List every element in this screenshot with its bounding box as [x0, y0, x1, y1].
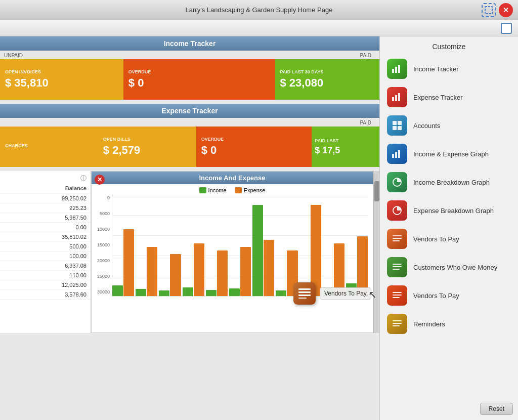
scrollbar[interactable] — [373, 171, 379, 333]
income-legend-box — [199, 187, 206, 193]
expense-tracker-section: Expense Tracker PAID CHARGES OPEN BILLS … — [0, 104, 379, 167]
customize-item-icon-5 — [387, 200, 407, 221]
svg-rect-9 — [395, 95, 397, 101]
income-overdue-card[interactable]: OVERDUE $ 0 — [123, 59, 275, 100]
accounts-panel: ⓘ Balance 99,250.02225.235,987.500.0035,… — [0, 171, 91, 333]
vendors-tooltip: Vendors To Pay — [293, 282, 371, 305]
bar-group — [206, 250, 228, 296]
vendors-icon-button[interactable] — [293, 282, 316, 305]
balance-rows: 99,250.02225.235,987.500.0035,810.02500.… — [0, 194, 91, 300]
y-axis-label: 0 — [92, 195, 112, 200]
customize-item-label-2: Accounts — [413, 122, 440, 130]
income-overdue-value: $ 0 — [128, 76, 270, 90]
customize-item-icon-0 — [387, 59, 407, 79]
customize-item-2[interactable]: Accounts — [385, 111, 513, 140]
expense-bar — [217, 250, 228, 296]
svg-rect-6 — [395, 67, 397, 73]
svg-rect-2 — [298, 291, 311, 293]
charges-card[interactable]: CHARGES — [0, 127, 98, 167]
svg-rect-28 — [393, 297, 400, 298]
balance-row: 5,987.50 — [0, 213, 91, 223]
open-invoices-card[interactable]: OPEN INVOICES $ 35,810 — [0, 59, 123, 100]
customize-item-9[interactable]: Reminders — [385, 310, 513, 338]
close-icon[interactable]: ✕ — [499, 3, 513, 17]
balance-row: 100.00 — [0, 251, 91, 261]
svg-rect-13 — [393, 126, 397, 130]
customize-item-5[interactable]: Expense Breakdown Graph — [385, 196, 513, 225]
bottom-section: ⓘ Balance 99,250.02225.235,987.500.0035,… — [0, 171, 379, 333]
open-bills-card[interactable]: OPEN BILLS $ 2,579 — [98, 127, 196, 167]
bar-group — [229, 247, 251, 296]
vendors-tooltip-label: Vendors To Pay — [320, 287, 371, 300]
customize-item-8[interactable]: Vendors To Pay — [385, 281, 513, 310]
svg-rect-12 — [398, 121, 402, 125]
expense-labels-row: PAID — [0, 118, 379, 127]
customize-item-1[interactable]: Expense Tracker — [385, 83, 513, 111]
paid-last-card[interactable]: PAID LAST $ 17,5 — [312, 127, 379, 167]
svg-rect-16 — [395, 152, 397, 158]
paid-30-card[interactable]: PAID LAST 30 DAYS $ 23,080 — [275, 59, 379, 100]
expense-overdue-card[interactable]: OVERDUE $ 0 — [196, 127, 312, 167]
income-tracker-header: Income Tracker — [0, 36, 379, 51]
main-layout: Income Tracker UNPAID PAID OPEN INVOICES… — [0, 36, 518, 420]
window-layout-icon[interactable] — [501, 23, 512, 34]
scroll-thumb[interactable] — [374, 181, 379, 201]
income-bar — [206, 290, 217, 296]
customize-item-0[interactable]: Income Tracker — [385, 55, 513, 83]
expense-legend-box — [235, 187, 242, 193]
select-icon[interactable] — [482, 3, 496, 17]
income-bar — [252, 205, 263, 296]
svg-rect-3 — [298, 295, 311, 296]
chart-legend: Income Expense — [92, 184, 373, 195]
customize-item-label-6: Vendors To Pay — [413, 235, 459, 243]
balance-row: 3,578.60 — [0, 290, 91, 300]
svg-rect-4 — [298, 298, 307, 299]
customize-item-7[interactable]: Customers Who Owe Money — [385, 253, 513, 281]
reset-button[interactable]: Reset — [480, 403, 513, 415]
expense-paid-label: PAID — [360, 120, 371, 125]
expense-bar — [194, 243, 204, 296]
svg-rect-31 — [393, 325, 400, 326]
bar-group — [112, 229, 134, 296]
y-axis-label: 20000 — [92, 258, 112, 263]
svg-rect-15 — [392, 154, 394, 158]
customize-item-icon-3 — [387, 144, 407, 164]
expense-cards-row: CHARGES OPEN BILLS $ 2,579 OVERDUE $ 0 P… — [0, 127, 379, 167]
customize-item-4[interactable]: Income Breakdown Graph — [385, 168, 513, 196]
income-bar — [229, 288, 240, 296]
customize-item-icon-8 — [387, 285, 407, 306]
expense-tracker-header: Expense Tracker — [0, 104, 379, 118]
income-bar — [112, 285, 123, 296]
y-axis-label: 25000 — [92, 274, 112, 279]
customize-item-label-3: Income & Expense Graph — [413, 150, 489, 158]
balance-row: 225.23 — [0, 203, 91, 213]
income-overdue-label: OVERDUE — [128, 69, 270, 74]
customize-item-3[interactable]: Income & Expense Graph — [385, 140, 513, 168]
svg-rect-10 — [398, 93, 400, 101]
svg-rect-29 — [393, 320, 402, 321]
svg-rect-14 — [398, 126, 402, 130]
title-bar: Larry's Landscaping & Garden Supply Home… — [0, 0, 518, 20]
charges-label: CHARGES — [5, 143, 93, 148]
paid-last-label: PAID LAST — [315, 138, 376, 143]
window-title: Larry's Landscaping & Garden Supply Home… — [186, 6, 333, 14]
income-legend-label: Income — [208, 187, 227, 193]
customize-item-icon-1 — [387, 87, 407, 107]
info-icon[interactable]: ⓘ — [80, 174, 87, 183]
content-area: Income Tracker UNPAID PAID OPEN INVOICES… — [0, 36, 379, 420]
paid-last-value: $ 17,5 — [315, 145, 376, 156]
balance-row: 12,025.00 — [0, 280, 91, 290]
customize-item-6[interactable]: Vendors To Pay — [385, 225, 513, 253]
balance-row: 0.00 — [0, 223, 91, 232]
customize-item-label-7: Customers Who Owe Money — [413, 264, 497, 271]
income-cards-row: OPEN INVOICES $ 35,810 OVERDUE $ 0 PAID … — [0, 59, 379, 100]
bar-group — [159, 254, 181, 296]
expense-unpaid-label — [4, 120, 360, 125]
balance-row: 500.00 — [0, 242, 91, 251]
svg-rect-26 — [393, 292, 402, 293]
y-axis-label: 10000 — [92, 227, 112, 232]
open-bills-value: $ 2,579 — [103, 144, 191, 157]
chart-close-button[interactable]: ✕ — [95, 175, 105, 185]
customize-item-label-4: Income Breakdown Graph — [413, 179, 490, 186]
customize-item-label-9: Reminders — [413, 320, 445, 328]
